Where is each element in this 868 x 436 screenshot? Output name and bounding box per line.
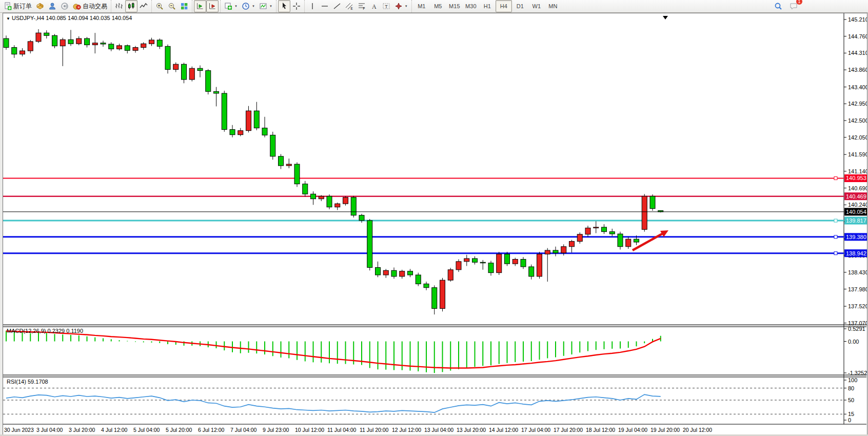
arrows-button[interactable]: ▼ (392, 0, 410, 12)
time-axis-label: 19 Jul 04:00 (618, 427, 647, 433)
time-axis-label: 30 Jun 2023 (4, 427, 34, 433)
chart-ohlc-values: 140.085 140.094 140.035 140.054 (46, 15, 132, 21)
search-button[interactable] (772, 0, 784, 12)
rsi-value: 59.1708 (28, 379, 48, 385)
candlestick (569, 242, 575, 247)
bar-chart-mode-button[interactable] (113, 0, 125, 12)
candlestick (198, 68, 203, 70)
candlestick (521, 259, 526, 267)
auto-scroll-button[interactable] (194, 0, 206, 12)
indicators-button[interactable]: ▼ (222, 0, 240, 12)
horizontal-line-button[interactable] (319, 0, 331, 12)
dropdown-caret-icon[interactable]: ▼ (252, 5, 255, 8)
timeframe-mn[interactable]: MN (545, 0, 561, 12)
templates-button[interactable]: ▼ (257, 0, 274, 12)
chart-shift-marker-icon[interactable] (663, 16, 668, 19)
line-handle[interactable] (834, 235, 837, 239)
candlestick (149, 40, 154, 44)
new-order-button[interactable]: 新订单 (2, 0, 34, 12)
timeframe-m5[interactable]: M5 (430, 0, 446, 12)
periods-button[interactable]: ▼ (240, 0, 257, 12)
toolbar-group (151, 0, 192, 12)
auto-trading-icon (73, 2, 81, 10)
text-button[interactable]: A (368, 0, 380, 12)
timeframe-w1[interactable]: W1 (528, 0, 545, 12)
candlestick (189, 68, 194, 80)
candlestick (343, 197, 348, 204)
candlestick (359, 215, 364, 221)
time-axis-label: 5 Jul 04:00 (133, 427, 160, 433)
svg-text:A: A (372, 3, 377, 10)
time-axis-label: 13 Jul 04:00 (424, 427, 453, 433)
candlestick (76, 38, 82, 44)
macd-tick-label: 0.5291 (848, 326, 865, 332)
line-handle[interactable] (834, 219, 837, 222)
price-tick-label: 142.950 (848, 101, 867, 107)
price-tick-label: 138.430 (848, 269, 867, 275)
rsi-tick-label: 50 (848, 397, 854, 403)
fibonacci-button[interactable]: F (356, 0, 368, 12)
chat-button[interactable]: 1 (787, 0, 800, 12)
trendline-icon (333, 2, 341, 10)
line-handle[interactable] (834, 176, 837, 180)
macd-tick-label: -1.3252 (848, 370, 867, 376)
zoom-in-button[interactable] (153, 0, 166, 12)
timeframe-m1[interactable]: M1 (413, 0, 430, 12)
candlestick (505, 254, 510, 264)
dropdown-caret-icon[interactable]: ▼ (405, 5, 408, 8)
vertical-line-button[interactable] (306, 0, 319, 12)
market-watch-button[interactable] (34, 0, 46, 12)
candlestick (424, 284, 429, 287)
price-tick-label: 141.140 (848, 168, 867, 174)
chart-shift-icon (208, 2, 216, 10)
tile-windows-button[interactable] (178, 0, 190, 12)
equidistant-channel-button[interactable]: E (343, 0, 356, 12)
candlestick (101, 43, 106, 44)
candlestick (319, 196, 324, 199)
price-badge-label: 139.380 (846, 234, 866, 240)
crosshair-button[interactable] (290, 0, 303, 12)
candlestick (44, 33, 49, 35)
symbol-dropdown-icon[interactable]: ▼ (6, 16, 10, 21)
dropdown-caret-icon[interactable]: ▼ (269, 5, 272, 8)
templates-icon (259, 2, 267, 10)
timeframe-m15[interactable]: M15 (446, 0, 463, 12)
candlestick (20, 51, 25, 54)
line-handle[interactable] (834, 252, 837, 255)
candlestick (456, 262, 461, 270)
dropdown-caret-icon[interactable]: ▼ (234, 5, 238, 8)
text-label-button[interactable]: T (380, 0, 392, 12)
auto-trading-button[interactable]: 自动交易 (71, 0, 109, 12)
horizontal-line-icon (321, 2, 329, 10)
price-tick-label: 145.210 (848, 16, 867, 23)
cursor-button[interactable] (278, 0, 290, 12)
candlestick (440, 280, 445, 308)
chart-shift-button[interactable] (206, 0, 219, 12)
toolbar-group: ▼▼▼ (220, 0, 276, 12)
candlestick (246, 111, 251, 131)
trendline-button[interactable] (331, 0, 343, 12)
profile-button[interactable] (46, 0, 58, 12)
candlestick (214, 91, 219, 93)
candlestick (367, 221, 372, 268)
candlestick (28, 42, 33, 51)
timeframe-h4[interactable]: H4 (496, 0, 512, 12)
zoom-out-button[interactable] (166, 0, 178, 12)
chart-canvas[interactable]: 145.210144.760144.310143.860143.400142.9… (3, 13, 867, 435)
candlestick (294, 164, 300, 184)
chart-title: ▼ USDJPY-,H4 140.085 140.094 140.035 140… (6, 15, 132, 21)
candlestick-mode-button[interactable] (125, 0, 137, 12)
candlestick (262, 128, 267, 135)
candlestick (270, 135, 275, 156)
timeframe-m30[interactable]: M30 (463, 0, 479, 12)
time-axis-label: 11 Jul 04:00 (327, 427, 357, 433)
chart-window[interactable]: 145.210144.760144.310143.860143.400142.9… (3, 13, 867, 435)
timeframe-d1[interactable]: D1 (512, 0, 528, 12)
candlestick (85, 38, 90, 45)
candlestick (642, 196, 647, 230)
rsi-tick-label: 15 (848, 411, 854, 417)
timeframe-h1[interactable]: H1 (479, 0, 496, 12)
price-tick-label: 144.310 (848, 50, 867, 56)
signals-button[interactable] (58, 0, 71, 12)
line-chart-mode-button[interactable] (137, 0, 150, 12)
